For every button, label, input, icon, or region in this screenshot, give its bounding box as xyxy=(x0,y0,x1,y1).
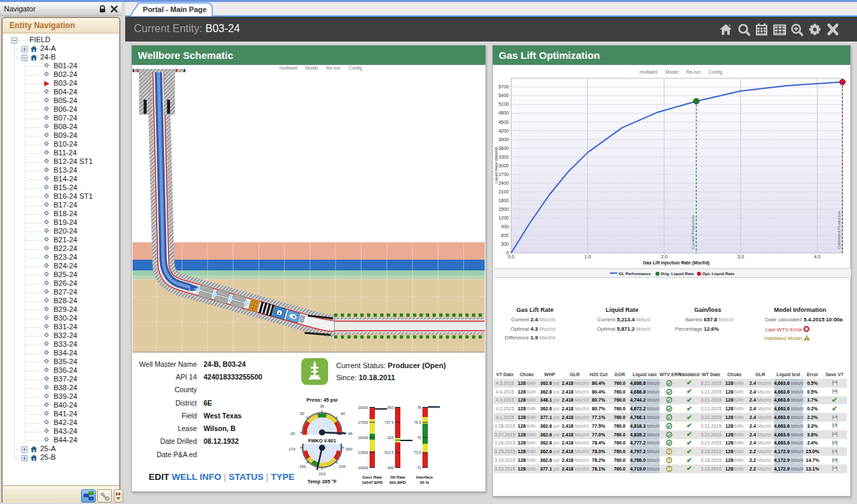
svg-text:73.5: 73.5 xyxy=(414,450,421,454)
svg-text:3000: 3000 xyxy=(498,163,509,168)
svg-text:45: 45 xyxy=(348,432,353,436)
svg-text:Liquid Rate (bbls/d): Liquid Rate (bbls/d) xyxy=(493,147,498,183)
svg-text:35: 35 xyxy=(320,404,325,408)
svg-text:Press: 45 psi: Press: 45 psi xyxy=(307,397,337,403)
svg-text:1.0: 1.0 xyxy=(585,254,591,259)
svg-text:25: 25 xyxy=(291,432,295,436)
svg-text:4500: 4500 xyxy=(498,120,509,124)
svg-text:300: 300 xyxy=(501,242,509,246)
svg-text:5100: 5100 xyxy=(498,102,509,106)
svg-text:10000: 10000 xyxy=(358,466,368,470)
svg-text:2100: 2100 xyxy=(498,189,509,194)
svg-text:170: 170 xyxy=(289,447,296,451)
svg-text:2.0: 2.0 xyxy=(661,254,668,259)
svg-text:17500: 17500 xyxy=(358,420,368,424)
svg-text:30: 30 xyxy=(300,412,305,416)
svg-text:190: 190 xyxy=(299,465,307,469)
svg-text:5400: 5400 xyxy=(498,93,509,98)
svg-text:0.0: 0.0 xyxy=(508,254,515,259)
svg-text:4800: 4800 xyxy=(498,110,509,115)
svg-text:78: 78 xyxy=(417,406,421,410)
svg-text:76.5: 76.5 xyxy=(414,420,421,424)
svg-text:20000: 20000 xyxy=(358,406,368,410)
svg-text:900: 900 xyxy=(501,224,509,229)
svg-text:12500: 12500 xyxy=(358,450,368,454)
svg-text:Oil Rate: Oil Rate xyxy=(390,475,406,479)
svg-text:Interface: Interface xyxy=(416,475,433,479)
svg-text:512.5: 512.5 xyxy=(384,450,394,454)
svg-text:4200: 4200 xyxy=(498,129,509,133)
svg-text:Current Production: Current Production xyxy=(691,216,695,249)
svg-text:3600: 3600 xyxy=(498,146,509,151)
svg-text:4.0: 4.0 xyxy=(814,254,821,259)
svg-text:5700: 5700 xyxy=(498,84,509,89)
svg-text:Gass Rate: Gass Rate xyxy=(362,475,382,479)
svg-text:1800: 1800 xyxy=(498,198,509,203)
svg-text:05 %: 05 % xyxy=(420,481,429,485)
svg-text:625: 625 xyxy=(388,436,394,440)
svg-text:3900: 3900 xyxy=(498,137,509,142)
svg-text:1500: 1500 xyxy=(498,207,509,212)
svg-text:3.0: 3.0 xyxy=(737,254,744,259)
svg-text:3300: 3300 xyxy=(498,155,509,159)
svg-text:850: 850 xyxy=(388,406,394,410)
svg-text:72: 72 xyxy=(417,466,421,470)
svg-text:75: 75 xyxy=(417,436,421,440)
svg-text:40: 40 xyxy=(341,412,345,416)
svg-text:15000: 15000 xyxy=(358,436,368,440)
svg-text:1200: 1200 xyxy=(498,216,509,220)
svg-text:2400: 2400 xyxy=(498,181,509,185)
svg-text:2700: 2700 xyxy=(498,172,509,177)
svg-text:600: 600 xyxy=(501,233,509,238)
svg-text:Gas Lift Injection Rate (Mscf/: Gas Lift Injection Rate (Mscf/d) xyxy=(643,260,710,266)
svg-text:737.5: 737.5 xyxy=(384,420,394,424)
svg-text:601 BPD: 601 BPD xyxy=(390,481,406,485)
svg-text:Optimized Production: Optimized Production xyxy=(837,211,841,249)
svg-text:290: 290 xyxy=(345,447,353,451)
svg-text:19547 BPD: 19547 BPD xyxy=(362,481,383,485)
svg-text:230: 230 xyxy=(339,465,346,469)
svg-text:400: 400 xyxy=(388,466,394,470)
svg-text:Portal - Main Page: Portal - Main Page xyxy=(143,5,206,13)
svg-text:Temp 205 °F: Temp 205 °F xyxy=(307,479,337,485)
svg-text:210: 210 xyxy=(319,472,326,476)
svg-text:FWKO V-601: FWKO V-601 xyxy=(308,438,336,443)
